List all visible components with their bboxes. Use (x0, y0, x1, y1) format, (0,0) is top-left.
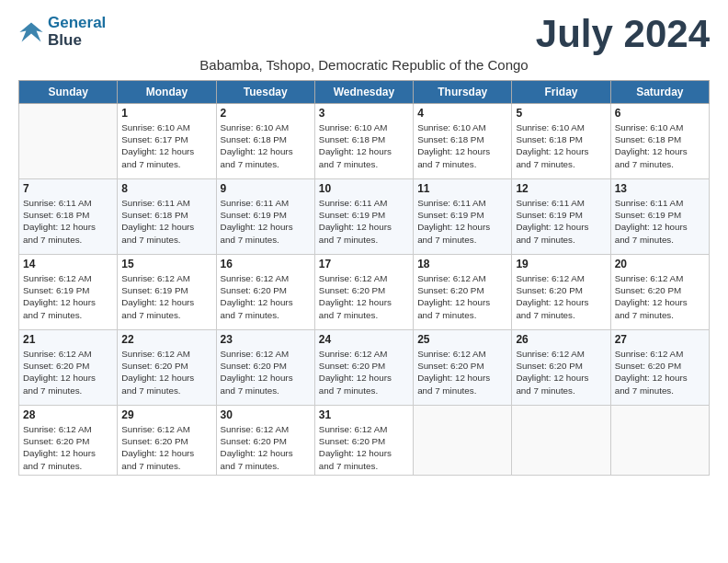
day-info: Sunrise: 6:12 AMSunset: 6:20 PMDaylight:… (221, 272, 311, 321)
day-number: 17 (319, 258, 409, 270)
day-number: 11 (417, 182, 507, 195)
day-info: Sunrise: 6:10 AMSunset: 6:18 PMDaylight:… (615, 121, 705, 170)
day-info: Sunrise: 6:11 AMSunset: 6:18 PMDaylight:… (23, 197, 113, 246)
day-number: 10 (319, 182, 409, 195)
day-number: 24 (319, 333, 409, 346)
col-sunday: Sunday (19, 81, 118, 104)
table-row: 1Sunrise: 6:10 AMSunset: 6:17 PMDaylight… (118, 104, 216, 179)
day-number: 2 (221, 107, 311, 120)
table-row: 31Sunrise: 6:12 AMSunset: 6:20 PMDayligh… (314, 406, 413, 476)
day-info: Sunrise: 6:10 AMSunset: 6:17 PMDaylight:… (121, 121, 211, 170)
table-row: 5Sunrise: 6:10 AMSunset: 6:18 PMDaylight… (512, 104, 610, 179)
day-info: Sunrise: 6:12 AMSunset: 6:20 PMDaylight:… (417, 272, 507, 321)
day-number: 29 (121, 408, 211, 421)
col-monday: Monday (118, 81, 216, 104)
table-row: 30Sunrise: 6:12 AMSunset: 6:20 PMDayligh… (216, 406, 314, 476)
table-row: 29Sunrise: 6:12 AMSunset: 6:20 PMDayligh… (118, 406, 216, 476)
day-info: Sunrise: 6:10 AMSunset: 6:18 PMDaylight:… (417, 121, 507, 170)
day-number: 9 (221, 182, 311, 195)
col-friday: Friday (512, 81, 610, 104)
table-row: 14Sunrise: 6:12 AMSunset: 6:19 PMDayligh… (19, 255, 118, 330)
day-number: 6 (615, 107, 705, 120)
logo-text: General Blue (48, 15, 106, 49)
table-row: 4Sunrise: 6:10 AMSunset: 6:18 PMDaylight… (414, 104, 512, 179)
day-info: Sunrise: 6:10 AMSunset: 6:18 PMDaylight:… (319, 121, 409, 170)
day-number: 26 (516, 333, 606, 346)
table-row: 12Sunrise: 6:11 AMSunset: 6:19 PMDayligh… (512, 179, 610, 255)
day-info: Sunrise: 6:11 AMSunset: 6:19 PMDaylight:… (516, 197, 606, 246)
page: General Blue July 2024 Babamba, Tshopo, … (0, 0, 728, 485)
day-info: Sunrise: 6:12 AMSunset: 6:20 PMDaylight:… (516, 348, 606, 396)
day-info: Sunrise: 6:12 AMSunset: 6:19 PMDaylight:… (121, 272, 211, 321)
day-info: Sunrise: 6:12 AMSunset: 6:20 PMDaylight:… (221, 423, 311, 472)
day-number: 23 (221, 333, 311, 346)
day-number: 31 (319, 408, 409, 421)
table-row: 20Sunrise: 6:12 AMSunset: 6:20 PMDayligh… (610, 255, 709, 330)
day-number: 15 (121, 258, 211, 270)
table-row: 7Sunrise: 6:11 AMSunset: 6:18 PMDaylight… (19, 179, 118, 255)
day-info: Sunrise: 6:11 AMSunset: 6:19 PMDaylight:… (319, 197, 409, 246)
table-row (512, 406, 610, 476)
day-number: 18 (417, 258, 507, 270)
svg-marker-0 (19, 22, 42, 41)
table-row (414, 406, 512, 476)
day-info: Sunrise: 6:11 AMSunset: 6:19 PMDaylight:… (615, 197, 705, 246)
table-row: 26Sunrise: 6:12 AMSunset: 6:20 PMDayligh… (512, 330, 610, 406)
day-number: 30 (221, 408, 311, 421)
table-row: 17Sunrise: 6:12 AMSunset: 6:20 PMDayligh… (314, 255, 413, 330)
header: General Blue July 2024 (18, 15, 710, 53)
table-row: 25Sunrise: 6:12 AMSunset: 6:20 PMDayligh… (414, 330, 512, 406)
day-number: 4 (417, 107, 507, 120)
day-info: Sunrise: 6:10 AMSunset: 6:18 PMDaylight:… (516, 121, 606, 170)
table-row: 13Sunrise: 6:11 AMSunset: 6:19 PMDayligh… (610, 179, 709, 255)
day-number: 28 (23, 408, 113, 421)
day-info: Sunrise: 6:12 AMSunset: 6:20 PMDaylight:… (319, 423, 409, 472)
col-tuesday: Tuesday (216, 81, 314, 104)
day-number: 13 (615, 182, 705, 195)
table-row (610, 406, 709, 476)
month-title: July 2024 (536, 15, 710, 53)
table-row: 27Sunrise: 6:12 AMSunset: 6:20 PMDayligh… (610, 330, 709, 406)
day-number: 20 (615, 258, 705, 270)
day-number: 14 (23, 258, 113, 270)
calendar-header-row: Sunday Monday Tuesday Wednesday Thursday… (19, 81, 710, 104)
day-info: Sunrise: 6:12 AMSunset: 6:20 PMDaylight:… (23, 348, 113, 396)
table-row: 16Sunrise: 6:12 AMSunset: 6:20 PMDayligh… (216, 255, 314, 330)
table-row: 9Sunrise: 6:11 AMSunset: 6:19 PMDaylight… (216, 179, 314, 255)
table-row: 24Sunrise: 6:12 AMSunset: 6:20 PMDayligh… (314, 330, 413, 406)
day-number: 12 (516, 182, 606, 195)
day-number: 3 (319, 107, 409, 120)
day-number: 19 (516, 258, 606, 270)
day-info: Sunrise: 6:12 AMSunset: 6:20 PMDaylight:… (23, 423, 113, 472)
day-info: Sunrise: 6:12 AMSunset: 6:20 PMDaylight:… (319, 348, 409, 396)
calendar-table: Sunday Monday Tuesday Wednesday Thursday… (18, 80, 710, 476)
day-number: 5 (516, 107, 606, 120)
table-row: 3Sunrise: 6:10 AMSunset: 6:18 PMDaylight… (314, 104, 413, 179)
day-info: Sunrise: 6:12 AMSunset: 6:19 PMDaylight:… (23, 272, 113, 321)
day-info: Sunrise: 6:12 AMSunset: 6:20 PMDaylight:… (615, 272, 705, 321)
day-number: 25 (417, 333, 507, 346)
day-number: 7 (23, 182, 113, 195)
col-wednesday: Wednesday (314, 81, 413, 104)
table-row: 19Sunrise: 6:12 AMSunset: 6:20 PMDayligh… (512, 255, 610, 330)
day-info: Sunrise: 6:12 AMSunset: 6:20 PMDaylight:… (417, 348, 507, 396)
day-info: Sunrise: 6:11 AMSunset: 6:18 PMDaylight:… (121, 197, 211, 246)
logo: General Blue (18, 15, 106, 49)
table-row (19, 104, 118, 179)
day-number: 8 (121, 182, 211, 195)
table-row: 11Sunrise: 6:11 AMSunset: 6:19 PMDayligh… (414, 179, 512, 255)
table-row: 15Sunrise: 6:12 AMSunset: 6:19 PMDayligh… (118, 255, 216, 330)
day-number: 1 (121, 107, 211, 120)
logo-icon (18, 19, 44, 45)
day-number: 27 (615, 333, 705, 346)
day-info: Sunrise: 6:12 AMSunset: 6:20 PMDaylight:… (615, 348, 705, 396)
table-row: 22Sunrise: 6:12 AMSunset: 6:20 PMDayligh… (118, 330, 216, 406)
table-row: 18Sunrise: 6:12 AMSunset: 6:20 PMDayligh… (414, 255, 512, 330)
table-row: 28Sunrise: 6:12 AMSunset: 6:20 PMDayligh… (19, 406, 118, 476)
day-number: 16 (221, 258, 311, 270)
col-thursday: Thursday (414, 81, 512, 104)
day-info: Sunrise: 6:12 AMSunset: 6:20 PMDaylight:… (319, 272, 409, 321)
day-number: 21 (23, 333, 113, 346)
table-row: 6Sunrise: 6:10 AMSunset: 6:18 PMDaylight… (610, 104, 709, 179)
table-row: 10Sunrise: 6:11 AMSunset: 6:19 PMDayligh… (314, 179, 413, 255)
